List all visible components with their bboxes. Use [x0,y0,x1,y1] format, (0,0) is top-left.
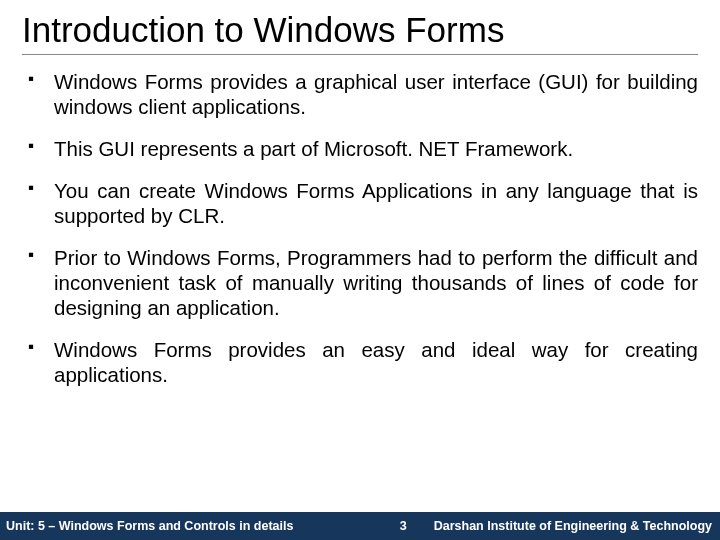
list-item: Prior to Windows Forms, Programmers had … [28,245,698,320]
slide-title: Introduction to Windows Forms [22,10,698,55]
list-item: Windows Forms provides an easy and ideal… [28,337,698,387]
footer-unit: Unit: 5 – Windows Forms and Controls in … [6,519,293,533]
footer-bar: Unit: 5 – Windows Forms and Controls in … [0,512,720,540]
list-item: This GUI represents a part of Microsoft.… [28,136,698,161]
footer-page-number: 3 [400,519,407,533]
footer-institute: Darshan Institute of Engineering & Techn… [434,519,712,533]
list-item: You can create Windows Forms Application… [28,178,698,228]
bullet-list: Windows Forms provides a graphical user … [22,69,698,387]
list-item: Windows Forms provides a graphical user … [28,69,698,119]
slide: Introduction to Windows Forms Windows Fo… [0,0,720,540]
